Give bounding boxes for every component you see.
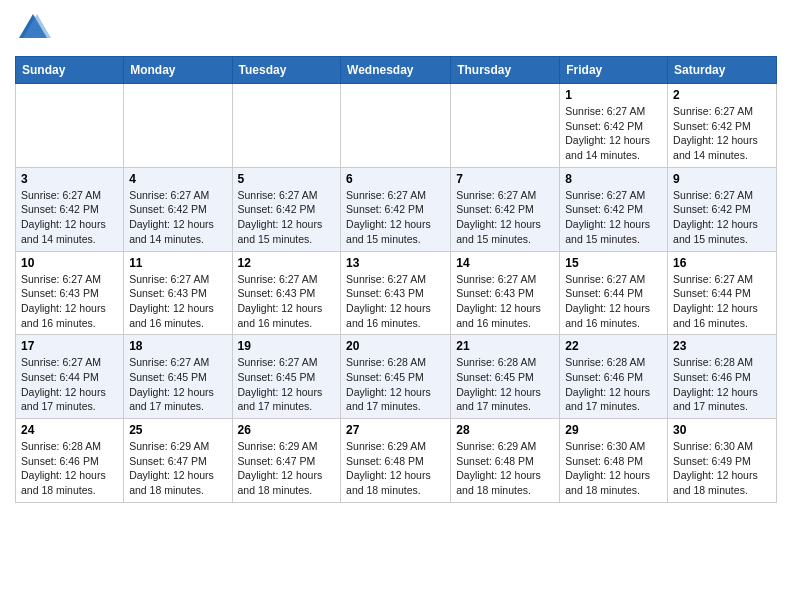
day-info: Sunrise: 6:27 AMSunset: 6:44 PMDaylight:… — [21, 355, 118, 414]
day-info: Sunrise: 6:27 AMSunset: 6:42 PMDaylight:… — [21, 188, 118, 247]
calendar-cell: 20Sunrise: 6:28 AMSunset: 6:45 PMDayligh… — [341, 335, 451, 419]
day-number: 7 — [456, 172, 554, 186]
calendar-cell: 7Sunrise: 6:27 AMSunset: 6:42 PMDaylight… — [451, 167, 560, 251]
calendar-cell: 16Sunrise: 6:27 AMSunset: 6:44 PMDayligh… — [668, 251, 777, 335]
page: SundayMondayTuesdayWednesdayThursdayFrid… — [0, 0, 792, 513]
day-number: 23 — [673, 339, 771, 353]
calendar-cell: 26Sunrise: 6:29 AMSunset: 6:47 PMDayligh… — [232, 419, 341, 503]
day-info: Sunrise: 6:27 AMSunset: 6:42 PMDaylight:… — [673, 104, 771, 163]
day-info: Sunrise: 6:30 AMSunset: 6:48 PMDaylight:… — [565, 439, 662, 498]
calendar-cell: 19Sunrise: 6:27 AMSunset: 6:45 PMDayligh… — [232, 335, 341, 419]
calendar-cell — [16, 84, 124, 168]
day-info: Sunrise: 6:27 AMSunset: 6:42 PMDaylight:… — [565, 188, 662, 247]
day-number: 6 — [346, 172, 445, 186]
day-number: 10 — [21, 256, 118, 270]
day-info: Sunrise: 6:27 AMSunset: 6:45 PMDaylight:… — [129, 355, 226, 414]
day-info: Sunrise: 6:27 AMSunset: 6:42 PMDaylight:… — [238, 188, 336, 247]
day-number: 17 — [21, 339, 118, 353]
calendar-cell: 12Sunrise: 6:27 AMSunset: 6:43 PMDayligh… — [232, 251, 341, 335]
day-info: Sunrise: 6:27 AMSunset: 6:44 PMDaylight:… — [673, 272, 771, 331]
calendar-cell: 3Sunrise: 6:27 AMSunset: 6:42 PMDaylight… — [16, 167, 124, 251]
logo-icon — [15, 10, 51, 46]
calendar-cell: 17Sunrise: 6:27 AMSunset: 6:44 PMDayligh… — [16, 335, 124, 419]
day-info: Sunrise: 6:28 AMSunset: 6:46 PMDaylight:… — [21, 439, 118, 498]
day-info: Sunrise: 6:29 AMSunset: 6:48 PMDaylight:… — [456, 439, 554, 498]
day-info: Sunrise: 6:27 AMSunset: 6:42 PMDaylight:… — [129, 188, 226, 247]
day-info: Sunrise: 6:27 AMSunset: 6:44 PMDaylight:… — [565, 272, 662, 331]
day-number: 30 — [673, 423, 771, 437]
calendar-cell — [341, 84, 451, 168]
day-info: Sunrise: 6:27 AMSunset: 6:43 PMDaylight:… — [456, 272, 554, 331]
day-number: 21 — [456, 339, 554, 353]
calendar-cell: 22Sunrise: 6:28 AMSunset: 6:46 PMDayligh… — [560, 335, 668, 419]
calendar-cell: 6Sunrise: 6:27 AMSunset: 6:42 PMDaylight… — [341, 167, 451, 251]
day-info: Sunrise: 6:27 AMSunset: 6:43 PMDaylight:… — [129, 272, 226, 331]
day-info: Sunrise: 6:27 AMSunset: 6:42 PMDaylight:… — [673, 188, 771, 247]
calendar-header-wednesday: Wednesday — [341, 57, 451, 84]
day-info: Sunrise: 6:29 AMSunset: 6:47 PMDaylight:… — [129, 439, 226, 498]
calendar-table: SundayMondayTuesdayWednesdayThursdayFrid… — [15, 56, 777, 503]
calendar-row: 17Sunrise: 6:27 AMSunset: 6:44 PMDayligh… — [16, 335, 777, 419]
day-number: 1 — [565, 88, 662, 102]
calendar-cell: 28Sunrise: 6:29 AMSunset: 6:48 PMDayligh… — [451, 419, 560, 503]
day-info: Sunrise: 6:29 AMSunset: 6:48 PMDaylight:… — [346, 439, 445, 498]
calendar-header-monday: Monday — [124, 57, 232, 84]
day-info: Sunrise: 6:27 AMSunset: 6:42 PMDaylight:… — [565, 104, 662, 163]
calendar-row: 24Sunrise: 6:28 AMSunset: 6:46 PMDayligh… — [16, 419, 777, 503]
calendar-cell: 30Sunrise: 6:30 AMSunset: 6:49 PMDayligh… — [668, 419, 777, 503]
calendar-header-friday: Friday — [560, 57, 668, 84]
calendar-cell: 21Sunrise: 6:28 AMSunset: 6:45 PMDayligh… — [451, 335, 560, 419]
calendar-cell: 29Sunrise: 6:30 AMSunset: 6:48 PMDayligh… — [560, 419, 668, 503]
day-info: Sunrise: 6:29 AMSunset: 6:47 PMDaylight:… — [238, 439, 336, 498]
calendar-row: 10Sunrise: 6:27 AMSunset: 6:43 PMDayligh… — [16, 251, 777, 335]
day-info: Sunrise: 6:27 AMSunset: 6:45 PMDaylight:… — [238, 355, 336, 414]
calendar-cell: 11Sunrise: 6:27 AMSunset: 6:43 PMDayligh… — [124, 251, 232, 335]
day-number: 4 — [129, 172, 226, 186]
day-number: 12 — [238, 256, 336, 270]
calendar-header-tuesday: Tuesday — [232, 57, 341, 84]
calendar-row: 1Sunrise: 6:27 AMSunset: 6:42 PMDaylight… — [16, 84, 777, 168]
calendar-cell: 23Sunrise: 6:28 AMSunset: 6:46 PMDayligh… — [668, 335, 777, 419]
calendar-cell: 27Sunrise: 6:29 AMSunset: 6:48 PMDayligh… — [341, 419, 451, 503]
day-info: Sunrise: 6:27 AMSunset: 6:42 PMDaylight:… — [346, 188, 445, 247]
day-info: Sunrise: 6:27 AMSunset: 6:42 PMDaylight:… — [456, 188, 554, 247]
day-info: Sunrise: 6:28 AMSunset: 6:45 PMDaylight:… — [456, 355, 554, 414]
day-number: 2 — [673, 88, 771, 102]
calendar-cell: 18Sunrise: 6:27 AMSunset: 6:45 PMDayligh… — [124, 335, 232, 419]
calendar-cell — [451, 84, 560, 168]
day-number: 3 — [21, 172, 118, 186]
day-number: 5 — [238, 172, 336, 186]
day-number: 14 — [456, 256, 554, 270]
logo — [15, 10, 55, 46]
calendar-cell: 8Sunrise: 6:27 AMSunset: 6:42 PMDaylight… — [560, 167, 668, 251]
day-number: 8 — [565, 172, 662, 186]
calendar-row: 3Sunrise: 6:27 AMSunset: 6:42 PMDaylight… — [16, 167, 777, 251]
calendar-cell: 10Sunrise: 6:27 AMSunset: 6:43 PMDayligh… — [16, 251, 124, 335]
day-number: 27 — [346, 423, 445, 437]
day-number: 26 — [238, 423, 336, 437]
calendar-header-saturday: Saturday — [668, 57, 777, 84]
calendar-cell: 15Sunrise: 6:27 AMSunset: 6:44 PMDayligh… — [560, 251, 668, 335]
header — [15, 10, 777, 46]
calendar-cell: 13Sunrise: 6:27 AMSunset: 6:43 PMDayligh… — [341, 251, 451, 335]
calendar-header-sunday: Sunday — [16, 57, 124, 84]
day-number: 13 — [346, 256, 445, 270]
calendar-cell: 1Sunrise: 6:27 AMSunset: 6:42 PMDaylight… — [560, 84, 668, 168]
day-info: Sunrise: 6:27 AMSunset: 6:43 PMDaylight:… — [21, 272, 118, 331]
day-info: Sunrise: 6:27 AMSunset: 6:43 PMDaylight:… — [238, 272, 336, 331]
calendar-cell: 4Sunrise: 6:27 AMSunset: 6:42 PMDaylight… — [124, 167, 232, 251]
day-number: 16 — [673, 256, 771, 270]
day-number: 29 — [565, 423, 662, 437]
calendar-header-row: SundayMondayTuesdayWednesdayThursdayFrid… — [16, 57, 777, 84]
calendar-cell — [232, 84, 341, 168]
day-info: Sunrise: 6:28 AMSunset: 6:46 PMDaylight:… — [565, 355, 662, 414]
calendar-cell: 5Sunrise: 6:27 AMSunset: 6:42 PMDaylight… — [232, 167, 341, 251]
day-info: Sunrise: 6:28 AMSunset: 6:46 PMDaylight:… — [673, 355, 771, 414]
day-info: Sunrise: 6:28 AMSunset: 6:45 PMDaylight:… — [346, 355, 445, 414]
day-number: 18 — [129, 339, 226, 353]
day-number: 11 — [129, 256, 226, 270]
calendar-cell: 24Sunrise: 6:28 AMSunset: 6:46 PMDayligh… — [16, 419, 124, 503]
calendar-cell: 2Sunrise: 6:27 AMSunset: 6:42 PMDaylight… — [668, 84, 777, 168]
day-number: 15 — [565, 256, 662, 270]
day-number: 24 — [21, 423, 118, 437]
